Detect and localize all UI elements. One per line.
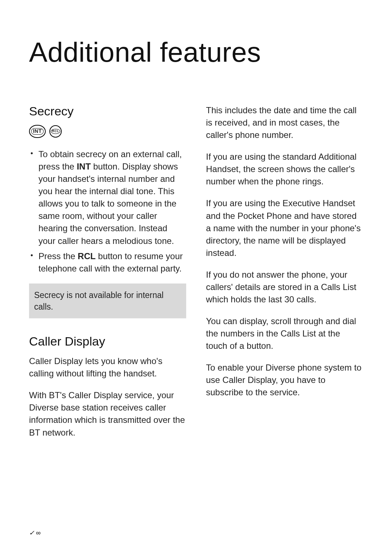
secrecy-bullet-2: Press the RCL button to resume your tele… — [29, 250, 186, 275]
two-column-layout: Secrecy INT RCL To obtain secrecy on an … — [29, 104, 363, 448]
caller-display-heading: Caller Display — [29, 334, 186, 348]
right-p2: If you are using the standard Additional… — [206, 151, 363, 188]
page-container: Additional features Secrecy INT RCL To o… — [0, 0, 392, 555]
right-p6: To enable your Diverse phone system to u… — [206, 362, 363, 399]
bullet-1-bold: INT — [77, 162, 91, 171]
bullet-2-bold: RCL — [78, 251, 95, 261]
int-button-icon: INT — [29, 125, 46, 138]
bullet-1-mid: button. Display shows your handset's int… — [38, 162, 178, 245]
right-p3: If you are using the Executive Handset a… — [206, 197, 363, 259]
page-title: Additional features — [29, 36, 363, 68]
right-column: This includes the date and time the call… — [206, 104, 363, 448]
left-column: Secrecy INT RCL To obtain secrecy on an … — [29, 104, 186, 448]
int-button-label: INT — [31, 128, 44, 134]
right-p5: You can display, scroll through and dial… — [206, 315, 363, 352]
right-p4: If you do not answer the phone, your cal… — [206, 269, 363, 306]
rcl-button-icon: RCL — [49, 125, 62, 138]
secrecy-bullet-list: To obtain secrecy on an external call, p… — [29, 148, 186, 275]
caller-display-intro: Caller Display lets you know who's calli… — [29, 355, 186, 380]
secrecy-icon-row: INT RCL — [29, 125, 186, 138]
secrecy-note-box: Secrecy is not available for internal ca… — [29, 283, 186, 318]
rcl-button-label: RCL — [51, 129, 60, 134]
page-number: ✓∞ — [29, 529, 42, 537]
secrecy-bullet-1: To obtain secrecy on an external call, p… — [29, 148, 186, 247]
right-p1: This includes the date and time the call… — [206, 104, 363, 141]
bullet-2-pre: Press the — [38, 251, 78, 261]
secrecy-heading: Secrecy — [29, 104, 186, 118]
caller-display-p1: With BT's Caller Display service, your D… — [29, 389, 186, 438]
